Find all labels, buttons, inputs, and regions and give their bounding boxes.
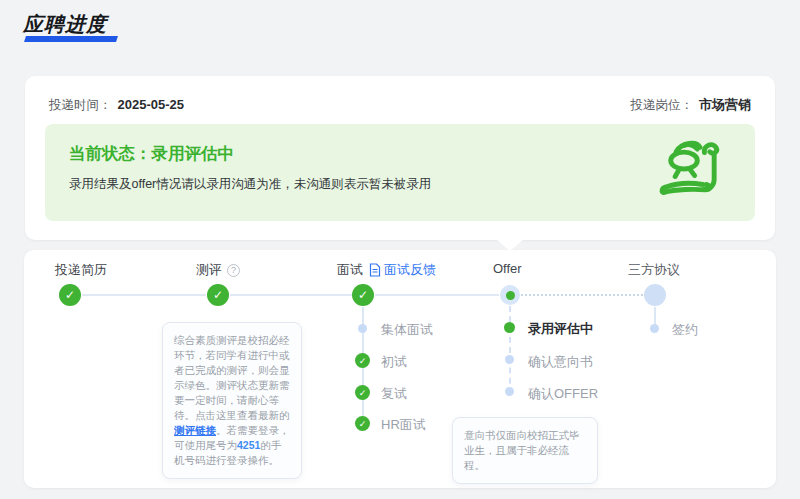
interview-feedback-link[interactable]: 面试反馈 [384,261,436,279]
timeline-card: 投递简历 测评 面试面试反馈 Offer 三方协议 集体面试 初试 复试 HR面… [24,250,776,488]
status-title: 当前状态：录用评估中 [69,143,234,165]
stage-offer-label: Offer [493,261,522,276]
stage-interview-label: 面试面试反馈 [337,261,436,279]
assessment-tooltip: 综合素质测评是校招必经环节，若同学有进行中或者已完成的测评，则会显示绿色。测评状… [162,322,302,479]
substep-second-interview: 复试 [381,385,407,403]
question-circle-icon[interactable] [227,264,240,277]
substep-first-interview: 初试 [381,353,407,371]
offer-current-node-icon [500,285,520,305]
status-banner: 当前状态：录用评估中 录用结果及offer情况请以录用沟通为准，未沟通则表示暂未… [45,124,755,221]
page-title: 应聘进度 [23,11,107,38]
assessment-link[interactable]: 测评链接 [174,424,216,436]
substep-hr-interview: HR面试 [381,416,426,434]
group-interview-dot-icon [358,324,367,333]
connector-offer-agreement [521,294,643,296]
stage-assessment-label: 测评 [196,261,240,279]
offer-substeps-line [509,306,511,394]
application-info-card: 投递时间：2025-05-25 投递岗位：市场营销 当前状态：录用评估中 录用结… [25,76,775,240]
assessment-tooltip-text-1: 综合素质测评是校招必经环节，若同学有进行中或者已完成的测评，则会显示绿色。测评状… [174,334,290,421]
substep-confirm-offer: 确认OFFER [528,385,598,403]
status-desc: 录用结果及offer情况请以录用沟通为准，未沟通则表示暂未被录用 [69,176,431,193]
interview-check-icon [352,284,374,306]
stage-resume-label: 投递简历 [55,261,107,279]
submit-time: 投递时间：2025-05-25 [49,95,184,114]
connector-resume-assessment [82,294,206,296]
hr-interview-check-icon [355,416,370,431]
stage-agreement-label: 三方协议 [628,261,680,279]
connector-assessment-interview [230,294,352,296]
document-icon [369,263,381,277]
position-value: 市场营销 [699,97,751,112]
position: 投递岗位：市场营销 [631,95,752,114]
first-interview-check-icon [355,353,370,368]
submit-time-label: 投递时间： [49,98,112,112]
substep-confirm-intent: 确认意向书 [528,353,593,371]
substep-hiring-evaluation: 录用评估中 [528,320,593,338]
offer-note-tooltip: 意向书仅面向校招正式毕业生，且属于非必经流程。 [452,417,598,484]
phone-tail-number: 4251 [237,439,260,451]
second-interview-check-icon [355,385,370,400]
offer-scroll-icon [653,134,731,212]
assessment-check-icon [207,284,229,306]
resume-check-icon [59,284,81,306]
connector-interview-offer [375,294,499,296]
substep-group-interview: 集体面试 [381,321,433,339]
confirm-offer-dot-icon [505,387,514,396]
substep-signing: 签约 [672,321,698,339]
agreement-pending-node-icon [644,284,666,306]
signing-dot-icon [650,324,659,333]
submit-time-value: 2025-05-25 [118,97,185,112]
application-progress-page: 应聘进度 投递时间：2025-05-25 投递岗位：市场营销 当前状态：录用评估… [0,0,800,499]
hiring-evaluation-dot-icon [504,322,515,333]
position-label: 投递岗位： [631,98,694,112]
confirm-intent-dot-icon [505,355,514,364]
